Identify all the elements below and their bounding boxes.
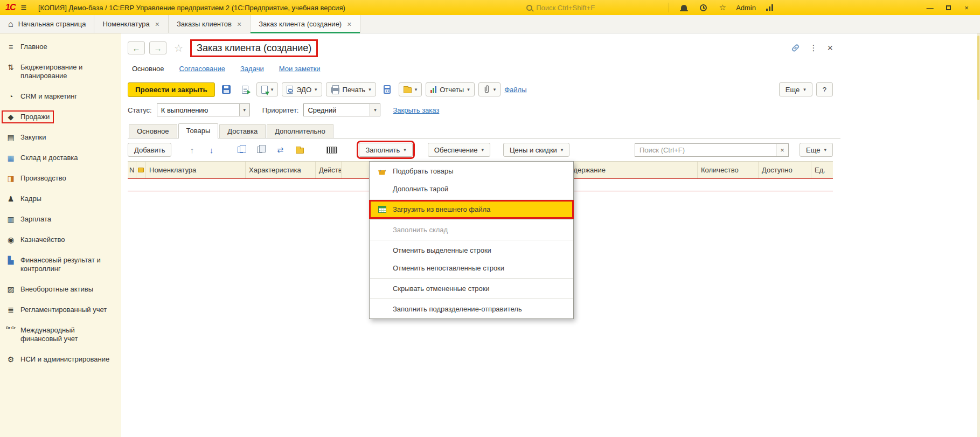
group-button[interactable] [292,142,307,157]
clock-icon [700,4,707,11]
subtab-main[interactable]: Основное [129,124,177,138]
tab-home[interactable]: ⌂ Начальная страница [0,15,94,33]
tab-close-icon[interactable]: × [155,20,160,29]
tab-customer-order-new[interactable]: Заказ клиента (создание) × [251,15,360,33]
menu-item-cancel-selected-rows[interactable]: Отменить выделенные строки [370,241,573,259]
close-order-link[interactable]: Закрыть заказ [393,106,439,114]
sidebar-item-treasury[interactable]: ◉Казначейство [0,230,121,250]
sidebar-item-sales[interactable]: ◆Продажи [0,107,121,127]
column-quantity[interactable]: Количество [698,162,759,178]
column-content[interactable]: Содержание [561,162,698,178]
sidebar-item-financial-result[interactable]: ▙Финансовый результат и контроллинг [0,250,121,279]
column-nomenclature[interactable]: Номенклатура [146,162,246,178]
sidebar-item-budgeting[interactable]: ⇅Бюджетирование и планирование [0,57,121,86]
barcode-button[interactable] [324,142,339,157]
forward-button[interactable]: → [149,41,166,54]
split-row-button[interactable]: ⇄ [273,142,288,157]
get-link-icon[interactable] [791,44,800,52]
menu-item-hide-cancelled-rows[interactable]: Скрывать отмененные строки [370,280,573,297]
global-search-input[interactable] [536,4,649,12]
clear-search-button[interactable]: × [776,143,789,157]
column-available[interactable]: Доступно [759,162,811,178]
sidebar-item-regulated-accounting[interactable]: ≣Регламентированный учет [0,300,121,320]
connection-button[interactable] [762,1,776,14]
sidebar-item-fixed-assets[interactable]: ▨Внеоборотные активы [0,279,121,300]
tab-nomenclature[interactable]: Номенклатура × [94,15,168,33]
navlink-notes[interactable]: Мои заметки [279,65,321,73]
priority-combobox[interactable]: ▾ [303,103,380,116]
sidebar-item-warehouse[interactable]: ▦Склад и доставка [0,148,121,168]
priority-value-input[interactable] [304,104,370,116]
minimize-button[interactable]: — [922,2,938,13]
close-window-button[interactable]: × [958,2,975,13]
sidebar-item-production[interactable]: ◨Производство [0,168,121,189]
navlink-approval[interactable]: Согласование [179,65,225,73]
subtab-goods[interactable]: Товары [178,123,219,138]
calculator-button[interactable] [380,82,395,97]
column-actions[interactable]: Действия [316,162,342,178]
tab-close-icon[interactable]: × [237,20,242,29]
add-row-button[interactable]: Добавить [128,143,171,157]
column-marker[interactable] [136,162,146,178]
menu-item-pick-goods[interactable]: Подобрать товары [370,162,573,180]
more-button[interactable]: Еще▾ [779,82,812,96]
sidebar-item-international-accounting[interactable]: Dr CrМеждународный финансовый учет [0,320,121,349]
post-button[interactable] [238,82,253,97]
close-form-icon[interactable]: × [827,43,833,54]
menu-item-load-external-file[interactable]: Загрузить из внешнего файла [370,200,573,218]
history-button[interactable] [696,1,710,14]
priority-dropdown-icon[interactable]: ▾ [370,104,380,116]
table-search-input[interactable] [635,143,776,157]
menu-item-fill-sender-department[interactable]: Заполнить подразделение-отправитель [370,300,573,318]
sidebar-item-hr[interactable]: ♟Кадры [0,189,121,209]
favorites-button[interactable]: ☆ [715,1,729,14]
move-down-button[interactable]: ↓ [204,142,219,157]
post-and-close-button[interactable]: Провести и закрыть [128,82,215,97]
supply-button[interactable]: Обеспечение▾ [428,143,490,157]
help-button[interactable]: ? [816,82,833,96]
favorite-star-icon[interactable]: ☆ [174,42,183,54]
fill-button[interactable]: Заполнить▾ [359,143,412,157]
create-based-on-button[interactable]: ▾ [256,82,279,96]
save-button[interactable] [219,82,234,97]
back-button[interactable]: ← [128,41,145,54]
scrollbar[interactable] [977,33,980,437]
sidebar-item-payroll[interactable]: ▥Зарплата [0,209,121,230]
duplicate-row-button[interactable] [253,142,268,157]
document-journal-button[interactable]: ▾ [399,82,422,96]
maximize-button[interactable] [940,2,956,13]
print-button[interactable]: Печать▾ [326,82,376,96]
attachments-button[interactable]: ▾ [478,82,501,96]
status-dropdown-icon[interactable]: ▾ [239,104,249,116]
navlink-main[interactable]: Основное [132,65,164,73]
table-more-button[interactable]: Еще▾ [800,143,833,157]
notifications-button[interactable] [677,1,691,14]
column-characteristic[interactable]: Характеристика [246,162,316,178]
files-link[interactable]: Файлы [504,86,526,94]
sidebar-item-purchases[interactable]: ▤Закупки [0,127,121,148]
tab-close-icon[interactable]: × [346,20,352,29]
subtab-additional[interactable]: Дополнительно [267,124,333,138]
sidebar-item-nsi-administration[interactable]: ⚙НСИ и администрирование [0,349,121,370]
menu-item-cancel-unsupplied-rows[interactable]: Отменить непоставленные строки [370,259,573,277]
prices-discounts-button[interactable]: Цены и скидки▾ [503,143,569,157]
reports-button[interactable]: Отчеты▾ [426,82,474,96]
warehouse-icon: ▦ [6,154,16,162]
column-unit[interactable]: Ед. [811,162,833,178]
sidebar-item-crm[interactable]: ◔CRM и маркетинг [0,86,121,107]
tab-customer-orders[interactable]: Заказы клиентов × [169,15,251,33]
move-up-button[interactable]: ↑ [184,142,199,157]
menu-item-add-packaging[interactable]: Дополнить тарой [370,180,573,198]
status-value-input[interactable] [157,104,239,116]
more-menu-icon[interactable]: ⋮ [809,43,817,53]
global-search[interactable] [526,4,661,12]
status-combobox[interactable]: ▾ [157,103,250,116]
sidebar-item-main[interactable]: ≡Главное [0,37,121,57]
subtab-delivery[interactable]: Доставка [219,124,266,138]
edo-button[interactable]: ЭДО▾ [282,82,322,96]
main-menu-icon[interactable]: ≡ [20,2,26,13]
navlink-tasks[interactable]: Задачи [240,65,264,73]
copy-row-button[interactable] [234,142,249,157]
column-n[interactable]: N [128,162,136,178]
user-name[interactable]: Admin [736,4,756,12]
